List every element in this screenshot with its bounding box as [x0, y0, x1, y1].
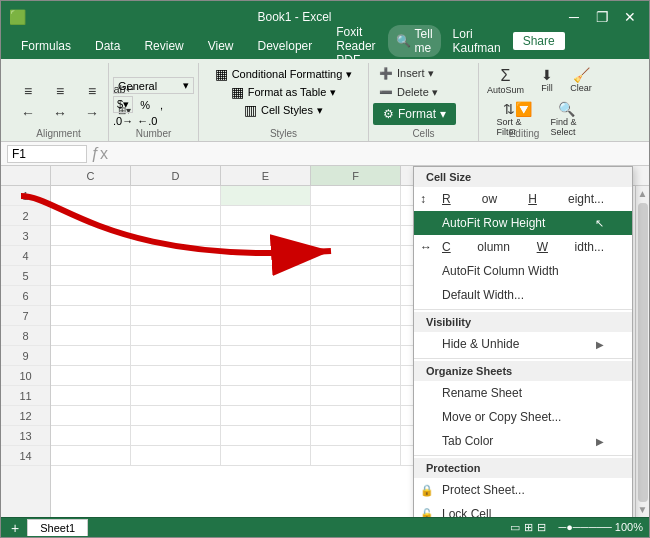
col-header-e[interactable]: E: [221, 166, 311, 185]
page-break-btn[interactable]: ⊟: [537, 521, 546, 534]
row-8[interactable]: 8: [1, 326, 50, 346]
minimize-button[interactable]: ─: [563, 6, 585, 28]
row-12[interactable]: 12: [1, 406, 50, 426]
tab-foxit[interactable]: Foxit Reader PDF: [324, 33, 387, 59]
tab-review[interactable]: Review: [132, 33, 195, 59]
delete-btn[interactable]: ➖ Delete ▾: [373, 84, 456, 101]
align-right-btn[interactable]: →: [77, 103, 107, 123]
restore-button[interactable]: ❐: [591, 6, 613, 28]
scroll-down-btn[interactable]: ▼: [638, 504, 648, 517]
cell[interactable]: [51, 386, 131, 406]
row-4[interactable]: 4: [1, 246, 50, 266]
column-width-item[interactable]: ↔ Column Width...: [414, 235, 632, 259]
cell[interactable]: [131, 446, 221, 466]
col-header-f[interactable]: F: [311, 166, 401, 185]
cell[interactable]: [51, 286, 131, 306]
row-6[interactable]: 6: [1, 286, 50, 306]
tab-color-item[interactable]: Tab Color ▶: [414, 429, 632, 453]
align-top-center-btn[interactable]: ≡: [45, 81, 75, 101]
cell[interactable]: [221, 386, 311, 406]
tab-developer[interactable]: Developer: [246, 33, 325, 59]
cell[interactable]: [311, 386, 401, 406]
page-layout-btn[interactable]: ⊞: [524, 521, 533, 534]
cell[interactable]: [131, 286, 221, 306]
row-3[interactable]: 3: [1, 226, 50, 246]
cell[interactable]: [221, 446, 311, 466]
number-format-dropdown[interactable]: General ▾: [113, 77, 194, 94]
cell[interactable]: [51, 366, 131, 386]
sum-btn[interactable]: Σ AutoSum: [483, 65, 528, 97]
row-14[interactable]: 14: [1, 446, 50, 466]
cell[interactable]: [131, 266, 221, 286]
row-5[interactable]: 5: [1, 266, 50, 286]
cell[interactable]: [311, 346, 401, 366]
decrease-decimal-btn[interactable]: ←.0: [137, 115, 157, 127]
cell[interactable]: [51, 226, 131, 246]
conditional-formatting-btn[interactable]: ▦ Conditional Formatting ▾: [211, 65, 357, 83]
cell[interactable]: [221, 266, 311, 286]
cell[interactable]: [221, 186, 311, 206]
cell[interactable]: [131, 186, 221, 206]
close-button[interactable]: ✕: [619, 6, 641, 28]
row-height-item[interactable]: ↕ Row Height...: [414, 187, 632, 211]
insert-btn[interactable]: ➕ Insert ▾: [373, 65, 456, 82]
cell[interactable]: [311, 206, 401, 226]
cell[interactable]: [131, 426, 221, 446]
cell[interactable]: [51, 206, 131, 226]
cell[interactable]: [131, 386, 221, 406]
cell[interactable]: [311, 286, 401, 306]
tab-formulas[interactable]: Formulas: [9, 33, 83, 59]
cell[interactable]: [131, 406, 221, 426]
cell[interactable]: [51, 326, 131, 346]
percent-btn[interactable]: %: [137, 98, 153, 112]
cell[interactable]: [311, 266, 401, 286]
tab-view[interactable]: View: [196, 33, 246, 59]
cell[interactable]: [51, 406, 131, 426]
vertical-scrollbar[interactable]: ▲ ▼: [635, 186, 649, 517]
hide-unhide-item[interactable]: Hide & Unhide ▶: [414, 332, 632, 356]
cell[interactable]: [131, 206, 221, 226]
col-header-d[interactable]: D: [131, 166, 221, 185]
zoom-slider[interactable]: ─●───── 100%: [558, 521, 643, 534]
cell[interactable]: [51, 266, 131, 286]
default-width-item[interactable]: Default Width...: [414, 283, 632, 307]
cell[interactable]: [51, 306, 131, 326]
cell[interactable]: [311, 446, 401, 466]
row-10[interactable]: 10: [1, 366, 50, 386]
align-top-right-btn[interactable]: ≡: [77, 81, 107, 101]
cell[interactable]: [221, 226, 311, 246]
cell[interactable]: [51, 246, 131, 266]
cell[interactable]: [221, 326, 311, 346]
cell[interactable]: [51, 446, 131, 466]
rename-sheet-item[interactable]: Rename Sheet: [414, 381, 632, 405]
row-9[interactable]: 9: [1, 346, 50, 366]
row-1[interactable]: 1: [1, 186, 50, 206]
cell[interactable]: [311, 246, 401, 266]
cell[interactable]: [221, 346, 311, 366]
cell[interactable]: [131, 366, 221, 386]
cell[interactable]: [131, 226, 221, 246]
cell[interactable]: [51, 346, 131, 366]
autofit-column-width-item[interactable]: AutoFit Column Width: [414, 259, 632, 283]
col-header-c[interactable]: C: [51, 166, 131, 185]
comma-btn[interactable]: ,: [157, 98, 166, 112]
add-sheet-btn[interactable]: +: [7, 520, 23, 536]
align-top-left-btn[interactable]: ≡: [13, 81, 43, 101]
protect-sheet-item[interactable]: 🔒 Protect Sheet...: [414, 478, 632, 502]
tell-me-input[interactable]: 🔍 Tell me: [388, 25, 441, 57]
row-2[interactable]: 2: [1, 206, 50, 226]
increase-decimal-btn[interactable]: .0→: [113, 115, 133, 127]
autofit-row-height-item[interactable]: AutoFit Row Height ↖: [414, 211, 632, 235]
cell[interactable]: [221, 366, 311, 386]
lock-cell-item[interactable]: 🔓 Lock Cell: [414, 502, 632, 517]
align-center-btn[interactable]: ↔: [45, 103, 75, 123]
format-as-table-btn[interactable]: ▦ Format as Table ▾: [227, 83, 341, 101]
currency-btn[interactable]: $▾: [113, 96, 133, 113]
name-box[interactable]: [7, 145, 87, 163]
row-7[interactable]: 7: [1, 306, 50, 326]
cell[interactable]: [221, 406, 311, 426]
sheet1-tab[interactable]: Sheet1: [27, 519, 88, 536]
share-button[interactable]: Share: [513, 32, 565, 50]
cell[interactable]: [311, 306, 401, 326]
cell[interactable]: [221, 426, 311, 446]
